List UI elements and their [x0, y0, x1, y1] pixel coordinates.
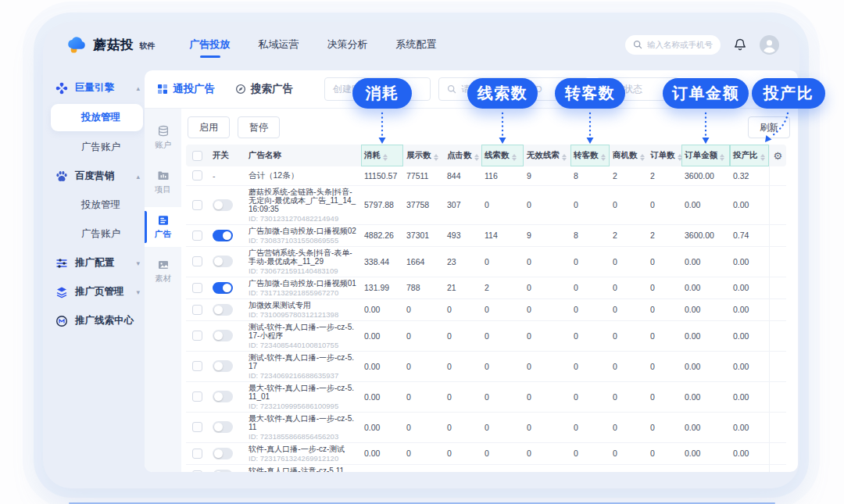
row-checkbox[interactable] — [192, 422, 202, 432]
ad-toggle[interactable] — [213, 330, 233, 341]
row-checkbox[interactable] — [192, 170, 202, 181]
topnav-item[interactable]: 私域运营 — [259, 31, 299, 58]
sidebar-item[interactable]: 投放管理 — [51, 191, 146, 220]
sort-icon[interactable] — [678, 154, 682, 161]
sort-icon[interactable] — [434, 154, 438, 161]
sort-icon[interactable] — [640, 154, 645, 161]
cell-value: 0 — [610, 464, 647, 472]
gear-cell — [769, 298, 786, 320]
global-search[interactable] — [625, 35, 721, 55]
gear-icon[interactable]: ⚙ — [773, 150, 782, 162]
ad-toggle[interactable] — [213, 448, 233, 459]
cell-value: 0 — [610, 185, 647, 224]
sidebar-item[interactable]: 广告账户 — [51, 133, 146, 162]
cell-value: 0 — [481, 412, 524, 442]
app-logo: 蘑菇投 软件 — [66, 36, 156, 54]
cell-value: 0.00 — [730, 381, 769, 412]
cell-value: 8 — [570, 166, 610, 185]
row-checkbox[interactable] — [192, 256, 202, 266]
sort-icon[interactable] — [601, 154, 606, 161]
cell-value: 0 — [524, 320, 570, 351]
ad-toggle[interactable] — [213, 360, 233, 372]
cell-value: 0.74 — [730, 224, 769, 246]
cell-value: 0 — [403, 464, 444, 472]
sort-icon[interactable] — [383, 154, 388, 161]
topnav-item[interactable]: 系统配置 — [396, 31, 437, 58]
ad-toggle[interactable] — [213, 421, 233, 433]
sort-icon[interactable] — [474, 154, 479, 161]
cell-value: 37301 — [403, 224, 444, 246]
row-checkbox[interactable] — [192, 200, 202, 210]
bell-icon[interactable] — [733, 38, 747, 52]
row-checkbox[interactable] — [192, 391, 202, 402]
projects-icon — [157, 170, 170, 182]
sidebar-group-ocean-engine[interactable]: 巨量引擎▴ — [51, 73, 146, 102]
cell-value: 0.00 — [361, 442, 403, 464]
ad-toggle[interactable] — [213, 199, 233, 211]
column-header[interactable]: 商机数 — [610, 145, 647, 166]
sidebar-item[interactable]: 投放管理 — [51, 104, 143, 131]
column-header[interactable]: 广告名称 — [245, 145, 361, 166]
sidebar-group-leads-center[interactable]: 推广线索中心 — [51, 306, 146, 335]
row-checkbox[interactable] — [192, 283, 202, 293]
row-checkbox[interactable] — [192, 449, 202, 459]
sort-icon[interactable] — [562, 154, 567, 161]
row-checkbox[interactable] — [192, 305, 202, 315]
column-header[interactable]: 无效线索 — [524, 145, 570, 166]
enable-button[interactable]: 启用 — [188, 116, 230, 138]
column-header-label: 无效线索 — [527, 150, 560, 159]
rail-item-materials[interactable]: 素材 — [145, 252, 181, 291]
column-header[interactable]: 线索数 — [481, 145, 524, 166]
ad-toggle[interactable] — [213, 282, 233, 294]
sort-icon[interactable] — [760, 154, 765, 161]
cell-value: 9 — [524, 224, 570, 246]
topnav-item[interactable]: 广告投放 — [190, 31, 231, 58]
rail-item-accounts[interactable]: 账户 — [145, 118, 181, 158]
cell-value: 0.00 — [681, 464, 730, 472]
column-header[interactable]: 订单数 — [647, 145, 681, 166]
callout-pill: 消耗 — [352, 78, 412, 109]
column-header[interactable]: 消耗 — [361, 145, 403, 166]
rail-item-ads[interactable]: 广告 — [145, 207, 181, 247]
ad-toggle[interactable] — [213, 391, 233, 402]
tab-search-ads[interactable]: 搜索广告 — [235, 82, 293, 96]
cell-value: 0 — [403, 320, 444, 351]
sidebar-group-sliders[interactable]: 推广配置▾ — [51, 248, 146, 277]
tab-general-ads[interactable]: 通投广告 — [157, 82, 215, 96]
cell-value: 307 — [444, 185, 481, 224]
select-all-checkbox[interactable] — [192, 151, 202, 161]
ad-toggle[interactable] — [213, 230, 233, 241]
sort-icon[interactable] — [720, 154, 724, 161]
sidebar-group-baidu-paw[interactable]: 百度营销▴ — [51, 162, 146, 191]
ad-toggle[interactable] — [213, 256, 233, 267]
row-checkbox[interactable] — [192, 470, 202, 473]
column-header[interactable]: 点击数 — [444, 145, 481, 166]
ad-toggle[interactable] — [213, 304, 233, 316]
sort-icon[interactable] — [512, 154, 517, 161]
sidebar-item[interactable]: 广告账户 — [51, 220, 146, 248]
column-header-label: 转客数 — [574, 150, 599, 159]
row-checkbox[interactable] — [192, 231, 202, 241]
avatar[interactable] — [760, 35, 779, 55]
summary-name-cell: 合计（12条） — [245, 166, 361, 185]
topnav-item[interactable]: 决策分析 — [327, 31, 368, 58]
pause-button[interactable]: 暂停 — [238, 116, 280, 138]
refresh-button[interactable]: 刷新 — [748, 116, 790, 138]
column-header[interactable]: 展示数 — [403, 145, 444, 166]
column-header[interactable]: 转客数 — [570, 145, 610, 166]
name-cell: 最大-软件-真人口播-一步-cz-5.11ID: 723185586685645… — [245, 412, 361, 442]
rail-item-projects[interactable]: 项目 — [145, 163, 181, 202]
row-checkbox[interactable] — [192, 361, 202, 371]
sidebar-group-layers[interactable]: 推广页管理▾ — [51, 277, 146, 306]
column-header[interactable]: 投产比 — [730, 145, 769, 166]
global-search-input[interactable] — [647, 40, 714, 49]
column-header[interactable]: 开关 — [209, 145, 245, 166]
column-header-label: 开关 — [213, 150, 229, 159]
column-header[interactable]: 订单金额 — [681, 145, 730, 166]
cell-value: 0.00 — [730, 185, 769, 224]
rail-item-label: 项目 — [155, 184, 171, 195]
ad-toggle[interactable] — [213, 470, 233, 473]
cell-value: 37758 — [403, 185, 444, 224]
brand-suffix: 软件 — [140, 41, 156, 52]
row-checkbox[interactable] — [192, 331, 202, 341]
